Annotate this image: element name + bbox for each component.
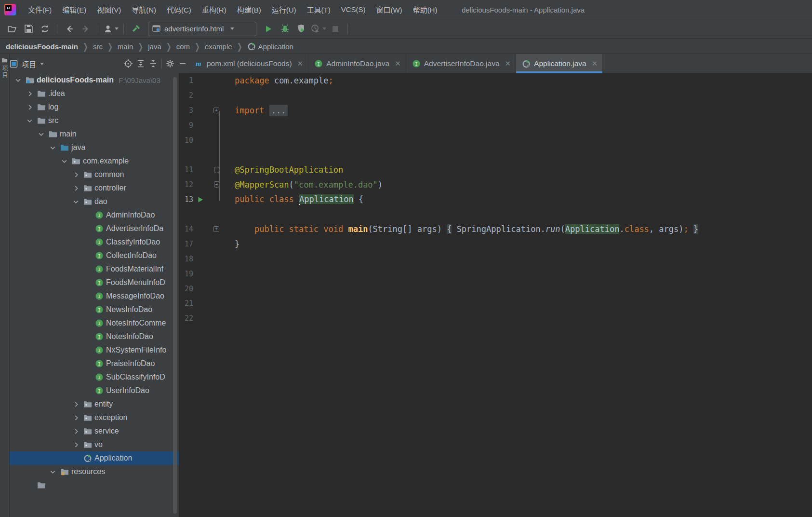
profiler-button[interactable] [310,22,326,36]
locate-file-button[interactable] [122,57,134,70]
tree-item[interactable]: resources [10,465,179,478]
breadcrumb-item[interactable]: com [175,42,191,51]
build-button[interactable] [129,22,143,36]
tree-item[interactable]: service [10,424,179,438]
tree-item[interactable]: IFoodsMenuInfoD [10,276,179,289]
chevron-right-icon[interactable] [72,171,80,178]
forward-button[interactable] [79,22,93,36]
breadcrumb-item[interactable]: example [204,42,233,51]
menu-item[interactable]: 运行(U) [266,0,302,19]
tree-item[interactable]: deliciousFoods-mainF:\09Java\03 [10,73,179,87]
tree-item[interactable]: entity [10,397,179,411]
chevron-right-icon[interactable] [26,103,34,111]
fold-collapse-icon[interactable]: − [214,167,219,173]
tree-item[interactable]: IMessageInfoDao [10,289,179,303]
breadcrumb-item[interactable]: deliciousFoods-main [5,42,79,51]
run-with-coverage-button[interactable] [294,22,308,36]
tree-item[interactable]: com.example [10,154,179,168]
collapse-all-button[interactable] [147,57,160,70]
debug-button[interactable] [278,22,292,36]
breadcrumb-item[interactable]: Application [246,42,294,51]
menu-item[interactable]: 视图(V) [92,0,126,19]
fold-expand-icon[interactable]: + [213,108,219,113]
menu-item[interactable]: VCS(S) [336,0,371,19]
tree-item[interactable]: IAdvertiserInfoDa [10,222,179,235]
code-editor[interactable]: 1package com.example;23+import ...91011−… [179,73,812,517]
tree-item[interactable]: ISubClassifyInfoD [10,370,179,384]
run-button[interactable] [261,22,276,36]
open-file-button[interactable] [5,22,19,36]
chevron-down-icon[interactable] [72,198,80,205]
breadcrumb-item[interactable]: java [147,42,162,51]
hide-panel-button[interactable] [176,57,189,70]
menu-item[interactable]: 代码(C) [161,0,197,19]
chevron-down-icon[interactable] [14,76,22,84]
tree-item-selected[interactable]: Application [10,451,179,465]
breadcrumb-item[interactable]: src [92,42,104,51]
chevron-down-icon[interactable] [38,130,45,138]
tree-item[interactable]: src [10,114,179,127]
menu-item[interactable]: 编辑(E) [57,0,92,19]
tree-item[interactable]: java [10,141,179,154]
editor-tab[interactable]: IAdminInfoDao.java✕ [308,54,406,73]
chevron-right-icon[interactable] [72,414,80,422]
project-tool-window-button[interactable]: 项目 [0,57,9,79]
tree-item[interactable]: IFoodsMaterialInf [10,262,179,276]
chevron-right-icon[interactable] [26,90,34,97]
editor-tab[interactable]: mpom.xml (deliciousFoods)✕ [189,54,308,73]
tree-item[interactable]: dao [10,195,179,208]
menu-item[interactable]: 窗口(W) [371,0,407,19]
chevron-right-icon[interactable] [72,400,80,408]
run-gutter-icon[interactable] [197,196,204,203]
tree-item[interactable]: ICollectInfoDao [10,249,179,262]
tree-item[interactable]: IPraiseInfoDao [10,357,179,370]
user-profile-button[interactable] [103,22,119,36]
breadcrumb-item[interactable]: main [117,42,134,51]
chevron-right-icon[interactable] [72,427,80,435]
tree-item[interactable]: common [10,168,179,181]
close-icon[interactable]: ✕ [505,59,511,68]
expand-all-button[interactable] [134,57,147,70]
tree-item[interactable]: main [10,127,179,141]
tree-item[interactable]: vo [10,438,179,451]
tree-item[interactable]: controller [10,181,179,195]
chevron-down-icon[interactable] [40,63,44,65]
menu-item[interactable]: 构建(B) [232,0,266,19]
close-icon[interactable]: ✕ [395,59,401,68]
tree-item[interactable] [10,478,179,492]
tree-scrollbar[interactable] [173,77,177,514]
tree-item[interactable]: exception [10,411,179,424]
stop-button[interactable] [328,22,343,36]
chevron-right-icon[interactable] [72,441,80,449]
tree-item[interactable]: IAdminInfoDao [10,208,179,222]
panel-settings-button[interactable] [164,57,176,70]
tree-item[interactable]: IClassifyInfoDao [10,235,179,249]
editor-tab[interactable]: IAdvertiserInfoDao.java✕ [406,54,516,73]
fold-collapse-icon[interactable]: − [214,181,219,188]
menu-item[interactable]: 帮助(H) [408,0,443,19]
chevron-right-icon[interactable] [72,184,80,192]
close-icon[interactable]: ✕ [592,59,598,68]
back-button[interactable] [62,22,77,36]
chevron-down-icon[interactable] [26,117,34,124]
menu-item[interactable]: 文件(F) [23,0,57,19]
save-button[interactable] [21,22,36,36]
tree-item[interactable]: log [10,100,179,114]
tree-item[interactable]: INotesInfoDao [10,330,179,343]
fold-expand-icon[interactable]: + [213,226,219,232]
close-icon[interactable]: ✕ [297,59,304,68]
run-configuration-select[interactable]: advertiserInfo.html [148,22,256,36]
editor-tab[interactable]: Application.java✕ [516,54,603,73]
tree-item[interactable]: .idea [10,87,179,100]
menu-item[interactable]: 重构(R) [197,0,232,19]
tree-item[interactable]: INotesInfoComme [10,316,179,330]
sync-button[interactable] [38,22,52,36]
menu-item[interactable]: 导航(N) [126,0,161,19]
chevron-down-icon[interactable] [49,144,57,151]
tree-item[interactable]: IUserInfoDao [10,384,179,397]
tree-item[interactable]: INxSystemFileInfo [10,343,179,357]
chevron-down-icon[interactable] [49,468,57,476]
menu-item[interactable]: 工具(T) [301,0,335,19]
chevron-down-icon[interactable] [61,157,68,165]
tree-item[interactable]: INewsInfoDao [10,303,179,316]
